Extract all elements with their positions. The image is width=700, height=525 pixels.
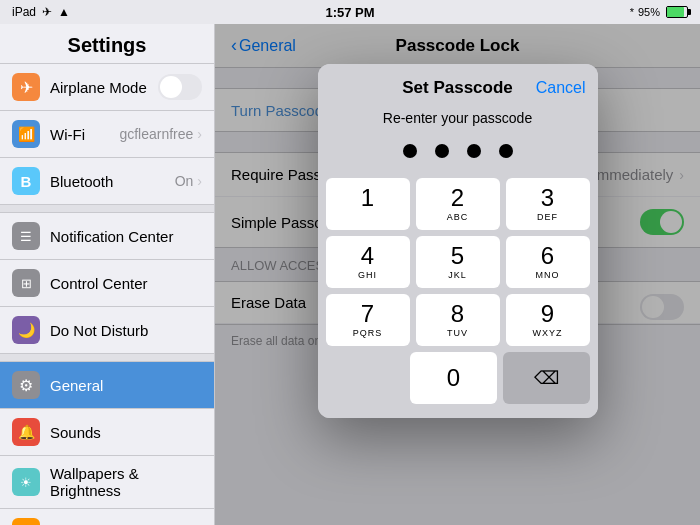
modal-title: Set Passcode	[402, 78, 513, 98]
key-5[interactable]: 5 JKL	[416, 236, 500, 288]
modal-header: Set Passcode Cancel	[318, 64, 598, 106]
divider-2	[0, 354, 214, 362]
status-bar: iPad ✈ ▲ 1:57 PM * 95%	[0, 0, 700, 24]
sidebar-item-airplane[interactable]: ✈ Airplane Mode	[0, 64, 214, 111]
modal-box: Set Passcode Cancel Re-enter your passco…	[318, 64, 598, 418]
donotdisturb-icon: 🌙	[12, 316, 40, 344]
status-time: 1:57 PM	[325, 5, 374, 20]
main-layout: Settings ✈ Airplane Mode 📶 Wi-Fi gcflear…	[0, 24, 700, 525]
bluetooth-chevron: ›	[197, 173, 202, 189]
numpad: 1 2 ABC 3 DEF	[318, 174, 598, 418]
status-left: iPad ✈ ▲	[12, 5, 70, 19]
sidebar-item-wifi[interactable]: 📶 Wi-Fi gcflearnfree ›	[0, 111, 214, 158]
general-icon: ⚙	[12, 371, 40, 399]
key-delete[interactable]: ⌫	[503, 352, 590, 404]
battery-icon	[666, 6, 688, 18]
wifi-status-icon: ▲	[58, 5, 70, 19]
delete-icon: ⌫	[534, 367, 559, 389]
control-label: Control Center	[50, 275, 202, 292]
right-pane: ‹ General Passcode Lock Turn Passcode On…	[215, 24, 700, 525]
dot-3	[467, 144, 481, 158]
sidebar-item-donotdisturb[interactable]: 🌙 Do Not Disturb	[0, 307, 214, 354]
donotdisturb-label: Do Not Disturb	[50, 322, 202, 339]
modal-overlay: Set Passcode Cancel Re-enter your passco…	[215, 24, 700, 525]
bluetooth-value: On	[175, 173, 194, 189]
key-1[interactable]: 1	[326, 178, 410, 230]
numpad-row-3: 7 PQRS 8 TUV 9 WXYZ	[326, 294, 590, 346]
sidebar-item-notifications[interactable]: ☰ Notification Center	[0, 213, 214, 260]
wifi-icon: 📶	[12, 120, 40, 148]
sidebar-item-wallpapers[interactable]: ☀ Wallpapers & Brightness	[0, 456, 214, 509]
privacy-icon: ✋	[12, 518, 40, 525]
sidebar-item-general[interactable]: ⚙ General	[0, 362, 214, 409]
wallpapers-icon: ☀	[12, 468, 40, 496]
key-7[interactable]: 7 PQRS	[326, 294, 410, 346]
modal-dots	[318, 136, 598, 174]
airplane-status-icon: ✈	[42, 5, 52, 19]
numpad-row-4: 0 ⌫	[326, 352, 590, 404]
notification-icon: ☰	[12, 222, 40, 250]
general-label: General	[50, 377, 202, 394]
numpad-row-2: 4 GHI 5 JKL 6 MNO	[326, 236, 590, 288]
control-icon: ⊞	[12, 269, 40, 297]
wifi-chevron: ›	[197, 126, 202, 142]
key-spacer	[326, 352, 405, 404]
sounds-label: Sounds	[50, 424, 202, 441]
sounds-icon: 🔔	[12, 418, 40, 446]
dot-2	[435, 144, 449, 158]
sidebar: Settings ✈ Airplane Mode 📶 Wi-Fi gcflear…	[0, 24, 215, 525]
key-4[interactable]: 4 GHI	[326, 236, 410, 288]
divider-1	[0, 205, 214, 213]
key-2[interactable]: 2 ABC	[416, 178, 500, 230]
sidebar-item-privacy[interactable]: ✋ Privacy	[0, 509, 214, 525]
status-right: * 95%	[630, 6, 688, 18]
wifi-label: Wi-Fi	[50, 126, 119, 143]
notifications-label: Notification Center	[50, 228, 202, 245]
key-9[interactable]: 9 WXYZ	[506, 294, 590, 346]
ipad-label: iPad	[12, 5, 36, 19]
airplane-toggle[interactable]	[158, 74, 202, 100]
sidebar-item-sounds[interactable]: 🔔 Sounds	[0, 409, 214, 456]
dot-1	[403, 144, 417, 158]
key-8[interactable]: 8 TUV	[416, 294, 500, 346]
sidebar-item-bluetooth[interactable]: B Bluetooth On ›	[0, 158, 214, 205]
key-3[interactable]: 3 DEF	[506, 178, 590, 230]
bluetooth-label: Bluetooth	[50, 173, 175, 190]
wifi-value: gcflearnfree	[119, 126, 193, 142]
modal-prompt: Re-enter your passcode	[318, 106, 598, 136]
bluetooth-status-icon: *	[630, 6, 634, 18]
dot-4	[499, 144, 513, 158]
sidebar-title: Settings	[0, 24, 214, 64]
wallpapers-label: Wallpapers & Brightness	[50, 465, 202, 499]
battery-percent: 95%	[638, 6, 660, 18]
airplane-icon: ✈	[12, 73, 40, 101]
key-6[interactable]: 6 MNO	[506, 236, 590, 288]
bluetooth-icon: B	[12, 167, 40, 195]
modal-cancel-button[interactable]: Cancel	[536, 79, 586, 97]
numpad-row-1: 1 2 ABC 3 DEF	[326, 178, 590, 230]
airplane-label: Airplane Mode	[50, 79, 158, 96]
sidebar-item-control[interactable]: ⊞ Control Center	[0, 260, 214, 307]
key-0[interactable]: 0	[410, 352, 497, 404]
